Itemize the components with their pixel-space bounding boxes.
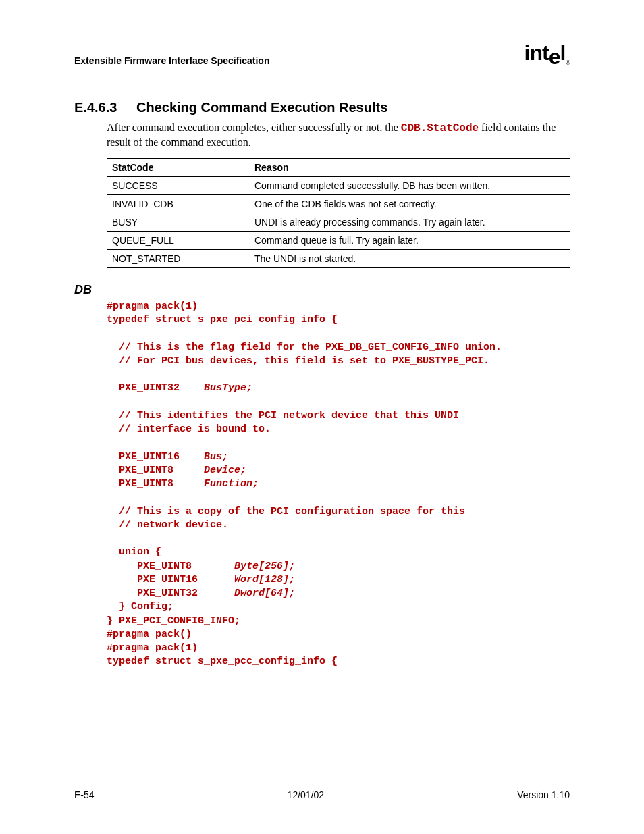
code-block: #pragma pack(1) typedef struct s_pxe_pci… [107,300,570,669]
cell-reason: Command completed successfully. DB has b… [249,176,570,194]
footer: E-54 12/01/02 Version 1.10 [74,789,570,800]
cell-reason: One of the CDB fields was not set correc… [249,194,570,213]
page-number: E-54 [74,789,95,800]
doc-title: Extensible Firmware Interface Specificat… [74,55,269,66]
inline-code: CDB.StatCode [401,122,479,134]
para-text: After command execution completes, eithe… [107,122,401,133]
col-statcode: StatCode [107,158,249,176]
cell-reason: Command queue is full. Try again later. [249,231,570,249]
db-heading: DB [74,283,570,297]
header: Extensible Firmware Interface Specificat… [74,41,570,66]
table-row: SUCCESS Command completed successfully. … [107,176,570,194]
section-title: Checking Command Execution Results [136,100,387,115]
footer-date: 12/01/02 [288,789,325,800]
cell-reason: The UNDI is not started. [249,249,570,267]
section-number: E.4.6.3 [74,100,136,115]
cell-statcode: NOT_STARTED [107,249,249,267]
table-row: BUSY UNDI is already processing commands… [107,213,570,231]
version-label: Version 1.10 [517,789,570,800]
cell-statcode: BUSY [107,213,249,231]
intro-paragraph: After command execution completes, eithe… [107,121,570,150]
intel-logo: intel® [525,41,570,66]
table-row: NOT_STARTED The UNDI is not started. [107,249,570,267]
cell-statcode: SUCCESS [107,176,249,194]
page: Extensible Firmware Interface Specificat… [0,0,644,834]
cell-reason: UNDI is already processing commands. Try… [249,213,570,231]
cell-statcode: QUEUE_FULL [107,231,249,249]
table-header-row: StatCode Reason [107,158,570,176]
section-heading: E.4.6.3 Checking Command Execution Resul… [74,100,570,115]
table-row: QUEUE_FULL Command queue is full. Try ag… [107,231,570,249]
cell-statcode: INVALID_CDB [107,194,249,213]
statcode-table: StatCode Reason SUCCESS Command complete… [107,158,570,268]
col-reason: Reason [249,158,570,176]
table-row: INVALID_CDB One of the CDB fields was no… [107,194,570,213]
